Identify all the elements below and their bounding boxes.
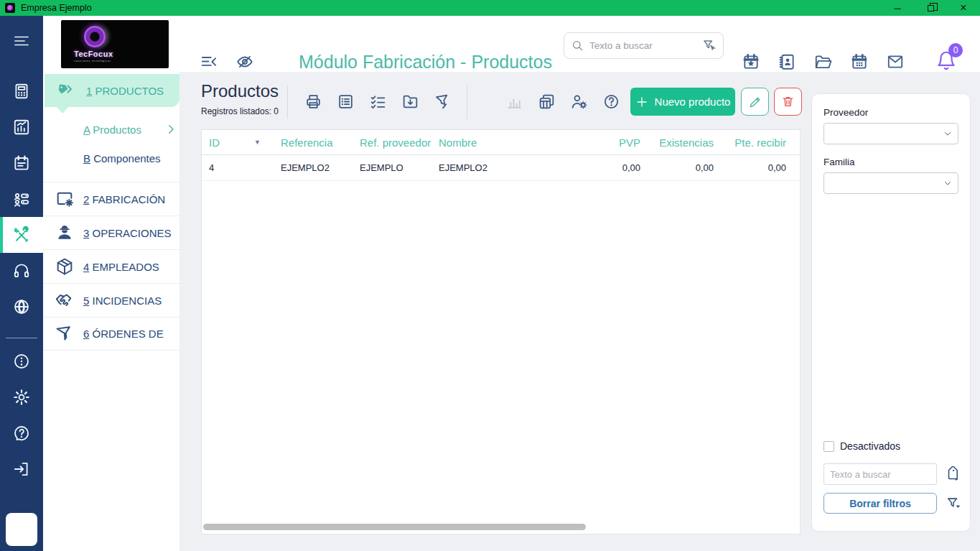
search-icon [571,39,584,52]
bar-chart-icon [505,93,523,111]
familia-select[interactable] [823,172,958,194]
logout-icon[interactable] [0,451,43,487]
calendar-planner-icon[interactable] [0,145,43,181]
checklist-icon[interactable] [369,93,387,111]
filters-panel: Proveedor Familia Desactivados Borrar fi… [811,93,971,532]
calendar-star-icon[interactable] [742,52,760,71]
sidebar-subitem-productos[interactable]: A Productos [43,116,179,143]
toolbar-divider [287,85,288,119]
logo-tagline: soluciones tecnológicas [74,59,111,62]
list-view-icon[interactable] [337,93,355,111]
hamburger-menu-icon[interactable] [0,23,43,59]
help-bubble-icon[interactable] [0,415,43,451]
filter-clear-icon[interactable] [701,38,717,53]
window-titlebar: Empresa Ejemplo ─ × [0,0,980,16]
filter-search-input[interactable] [823,463,937,485]
module-title: Módulo Fabricación - Productos [299,52,552,73]
notifications-count-badge: 0 [948,43,963,57]
column-header-nombre[interactable]: Nombre [439,136,574,149]
eye-off-icon[interactable] [235,52,254,71]
column-header-ref-proveedor[interactable]: Ref. proveedor [360,136,439,149]
restore-button[interactable] [914,0,947,16]
clear-filters-button[interactable]: Borrar filtros [823,493,937,514]
page-title: Productos [201,81,279,101]
familia-label: Familia [823,157,958,167]
cell-id: 4 [209,162,281,173]
sidebar-item-productos[interactable]: 1 PRODUCTOS [45,74,179,107]
worker-icon [55,223,75,243]
sidebar-item-incidencias[interactable]: 5 INCIDENCIAS [43,283,179,317]
column-header-id[interactable]: ID▼ [209,136,281,149]
settings-gear-icon[interactable] [0,379,43,415]
pencil-icon [748,95,762,109]
user-gear-icon[interactable] [570,93,588,111]
window-title: Empresa Ejemplo [21,3,92,13]
column-header-pvp[interactable]: PVP [574,136,640,149]
package-icon [55,256,75,277]
trash-icon [781,95,795,108]
column-header-pte-recibir[interactable]: Pte. recibir [714,136,786,149]
new-product-button[interactable]: Nuevo producto [630,88,735,116]
left-rail [0,16,43,551]
main-content: Productos Registros listados: 0 Nuevo pr… [179,72,980,551]
funnel-filter-icon[interactable] [434,93,452,111]
collapse-panel-icon[interactable] [200,52,218,71]
sort-caret-icon[interactable]: ▼ [254,139,261,146]
cell-pvp: 0,00 [574,162,640,173]
tag-icon [57,81,79,100]
help-circle-icon[interactable] [602,93,620,111]
cell-existencias: 0,00 [640,162,714,173]
horizontal-scrollbar[interactable] [203,524,586,530]
statistics-chart-icon[interactable] [0,109,43,145]
chevron-down-icon [943,129,953,139]
cell-referencia: EJEMPLO2 [281,162,360,173]
module-sidebar: 1 PRODUCTOS A Productos B Componentes 2 … [43,72,179,551]
globe-icon[interactable] [0,289,43,325]
calendar-grid-icon[interactable] [850,52,869,71]
global-search-input[interactable] [589,40,696,51]
cell-nombre: EJEMPLO2 [439,162,574,173]
menu-label: PRODUCTOS [95,85,164,97]
rail-bottom-tile[interactable] [6,513,37,546]
notifications-bell-icon[interactable]: 0 [935,50,960,74]
rail-divider [6,338,37,338]
fabrication-tools-icon[interactable] [0,217,43,253]
edit-button[interactable] [741,88,769,116]
proveedor-label: Proveedor [823,107,958,118]
tag-icon[interactable] [946,466,961,482]
desactivados-checkbox[interactable] [823,441,834,452]
sidebar-item-ordenes[interactable]: 6 ÓRDENES DE [43,317,179,351]
products-table: ID▼ Referencia Ref. proveedor Nombre PVP… [201,129,801,534]
billing-calculator-icon[interactable] [0,73,43,109]
sidebar-item-operaciones[interactable]: 3 OPERACIONES [43,216,179,249]
proveedor-select[interactable] [823,123,958,144]
column-header-existencias[interactable]: Existencias [640,136,714,149]
logo-eye-graphic [84,26,106,47]
info-more-icon[interactable] [0,343,43,379]
support-headset-icon[interactable] [0,253,43,289]
mail-icon[interactable] [886,52,905,71]
table-row[interactable]: 4 EJEMPLO2 EJEMPLO EJEMPLO2 0,00 0,00 0,… [202,155,800,181]
global-search-box [564,32,724,59]
close-button[interactable]: × [947,0,980,16]
users-settings-icon[interactable] [0,181,43,217]
cell-pte-recibir: 0,00 [714,162,786,173]
batch-calc-icon[interactable] [538,93,556,111]
funnel-icon [55,324,75,344]
company-logo: TecFocux soluciones tecnológicas [61,20,169,68]
menu-number: 1 [86,85,92,97]
cell-ref-proveedor: EJEMPLO [360,162,439,173]
folder-download-icon[interactable] [401,93,419,111]
sidebar-item-empleados[interactable]: 4 EMPLEADOS [43,249,179,283]
delete-button[interactable] [774,88,802,116]
column-header-referencia[interactable]: Referencia [281,136,360,149]
sidebar-subitem-componentes[interactable]: B Componentes [43,144,179,172]
contacts-book-icon[interactable] [778,52,796,71]
filter-funnel-icon[interactable] [946,496,961,511]
print-icon[interactable] [304,93,322,111]
chevron-right-icon [164,123,177,136]
monitor-gear-icon [55,189,75,209]
sidebar-item-fabricacion[interactable]: 2 FABRICACIÓN [43,182,179,216]
minimize-button[interactable]: ─ [881,0,914,16]
folder-icon[interactable] [813,52,832,71]
